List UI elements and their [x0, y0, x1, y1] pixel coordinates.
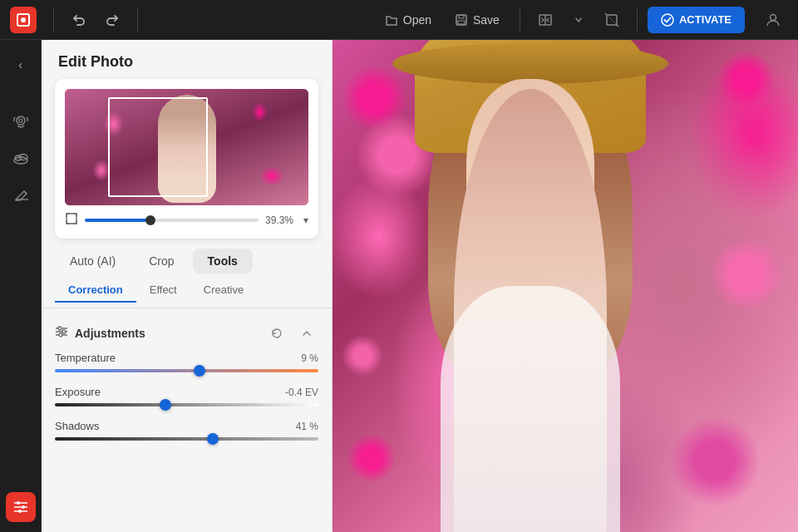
temperature-label: Temperature	[55, 352, 116, 364]
svg-point-9	[771, 14, 776, 20]
main-area: ‹	[0, 40, 798, 532]
tab-crop[interactable]: Crop	[134, 249, 189, 273]
svg-point-11	[19, 119, 22, 122]
shadows-label: Shadows	[55, 420, 99, 432]
exposure-value: -0.4 EV	[285, 387, 318, 398]
main-photo-canvas	[332, 40, 798, 532]
tab-tools-label: Tools	[208, 254, 238, 268]
sub-tabs: Correction Effect Creative	[42, 278, 332, 303]
undo-button[interactable]	[64, 5, 94, 35]
svg-line-6	[605, 13, 607, 15]
redo-button[interactable]	[97, 5, 127, 35]
save-button[interactable]: Save	[445, 8, 510, 32]
exposure-slider-group: Exposure -0.4 EV	[55, 386, 318, 406]
tab-tools[interactable]: Tools	[193, 249, 253, 273]
toolbar-divider-2	[137, 8, 138, 32]
adjustments-button[interactable]	[6, 492, 36, 522]
fit-screen-icon	[65, 212, 78, 225]
adjustments-reset-button[interactable]	[265, 322, 288, 345]
open-label: Open	[403, 13, 431, 27]
toolbar-divider-4	[637, 8, 638, 32]
svg-point-25	[58, 327, 62, 330]
toolbar-right-icons	[530, 5, 627, 35]
collapse-panel-button[interactable]: ‹	[6, 50, 36, 80]
sky-button[interactable]	[6, 143, 36, 173]
tab-correction[interactable]: Correction	[55, 278, 136, 303]
tab-creative[interactable]: Creative	[190, 278, 257, 303]
tab-creative-label: Creative	[204, 283, 244, 296]
compare-button[interactable]	[530, 5, 560, 35]
chevron-down-icon	[574, 16, 583, 24]
svg-line-7	[617, 25, 618, 27]
crop-view-icon	[604, 12, 619, 27]
crop-view-button[interactable]	[597, 5, 627, 35]
zoom-thumb	[145, 215, 155, 225]
compare-dropdown[interactable]	[564, 5, 594, 35]
adjustments-sliders-icon	[55, 325, 68, 342]
fit-icon	[65, 212, 78, 229]
save-icon	[455, 13, 468, 27]
person-top	[441, 286, 620, 532]
tab-crop-label: Crop	[149, 254, 174, 268]
panel-divider	[42, 308, 332, 308]
zoom-slider[interactable]	[85, 219, 259, 222]
adjustments-header: Adjustments	[55, 313, 318, 352]
activate-button[interactable]: ACTIVATE	[648, 7, 745, 33]
open-icon	[385, 13, 398, 27]
save-label: Save	[473, 13, 500, 27]
temperature-thumb	[194, 365, 205, 377]
tab-correction-label: Correction	[68, 283, 123, 296]
person-figure	[402, 40, 658, 532]
zoom-value: 39.3%	[265, 214, 297, 226]
exposure-thumb	[160, 399, 171, 411]
main-photo-area	[332, 40, 798, 532]
preview-controls: 39.3% ▾	[65, 212, 308, 229]
toolbar-divider-1	[53, 8, 54, 32]
svg-rect-2	[458, 21, 465, 24]
compare-icon	[538, 12, 553, 27]
exposure-slider[interactable]	[55, 403, 318, 406]
sky-icon	[12, 149, 30, 167]
shadows-thumb	[207, 433, 219, 445]
redo-icon	[105, 12, 120, 27]
reset-icon	[271, 328, 283, 339]
erase-button[interactable]	[6, 180, 36, 209]
temperature-label-row: Temperature 9 %	[55, 352, 318, 364]
svg-point-8	[662, 14, 673, 26]
logo-icon	[17, 13, 30, 27]
adjustments-collapse-button[interactable]	[295, 322, 318, 345]
preview-image	[65, 89, 308, 205]
icon-strip: ‹	[0, 40, 42, 532]
tab-effect-label: Effect	[150, 283, 177, 296]
app-logo[interactable]	[10, 7, 37, 33]
side-panel: Edit Photo	[42, 40, 332, 532]
flower-7	[342, 335, 383, 377]
profile-icon	[766, 12, 781, 27]
edit-photo-title: Edit Photo	[42, 40, 332, 79]
svg-point-18	[17, 501, 20, 505]
tab-effect[interactable]: Effect	[136, 278, 190, 303]
temperature-slider[interactable]	[55, 369, 318, 372]
toolbar: Open Save	[0, 0, 798, 40]
shadows-slider-group: Shadows 41 %	[55, 420, 318, 441]
photo-preview-card: 39.3% ▾	[55, 79, 318, 239]
toolbar-divider-3	[520, 8, 520, 32]
shadows-slider[interactable]	[55, 437, 318, 441]
profile-button[interactable]	[758, 5, 788, 35]
preview-crop-box[interactable]	[108, 97, 208, 197]
svg-point-12	[17, 117, 19, 119]
exposure-label: Exposure	[55, 386, 101, 398]
person-hat-brim	[392, 43, 669, 85]
flower-3	[717, 50, 775, 108]
temperature-slider-group: Temperature 9 %	[55, 352, 318, 372]
activate-label: ACTIVATE	[679, 13, 732, 26]
adjustments-title: Adjustments	[75, 327, 259, 340]
svg-point-20	[22, 505, 25, 509]
zoom-dropdown-button[interactable]: ▾	[303, 214, 308, 226]
shadows-label-row: Shadows 41 %	[55, 420, 318, 432]
open-button[interactable]: Open	[375, 8, 441, 32]
face-retouch-button[interactable]	[6, 106, 36, 136]
sliders-icon	[55, 325, 68, 338]
face-retouch-icon	[12, 112, 30, 131]
tab-auto-ai[interactable]: Auto (AI)	[55, 249, 131, 273]
